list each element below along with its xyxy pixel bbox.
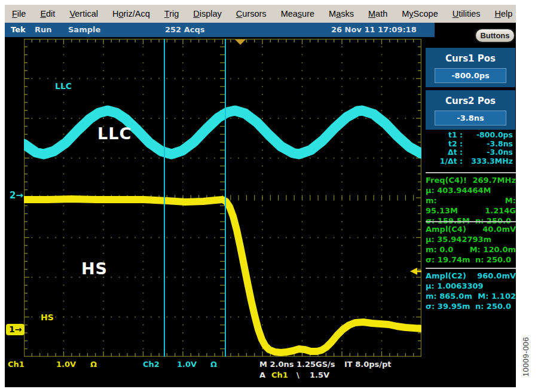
grid-dot — [95, 317, 96, 318]
grid-dot — [143, 118, 144, 119]
grid-dot — [175, 237, 176, 238]
buttons-button[interactable]: Buttons — [475, 28, 515, 43]
grid-dot — [381, 301, 383, 302]
grid-dot — [63, 317, 65, 318]
menu-item-utilities[interactable]: Utilities — [445, 5, 488, 23]
grid-dot — [158, 317, 160, 318]
grid-dot — [63, 269, 65, 270]
grid-dot — [357, 317, 359, 318]
grid-dot — [103, 46, 104, 47]
grid-dot — [246, 78, 247, 79]
grid-dot — [182, 54, 184, 56]
grid-dot — [365, 237, 366, 238]
grid-dot — [230, 158, 231, 159]
grid-dot — [294, 78, 295, 79]
grid-dot — [103, 205, 104, 206]
grid-dot — [190, 277, 191, 278]
grid-dot — [111, 158, 112, 159]
cursor1-position-section: Curs1 Pos -800.0ps — [426, 48, 515, 87]
grid-dot — [381, 173, 383, 174]
grid-dot — [381, 181, 383, 182]
grid-dot — [103, 102, 104, 103]
grid-dot — [405, 158, 406, 159]
grid-dot — [143, 125, 144, 127]
grid-dot — [103, 293, 104, 294]
grid-dot — [143, 173, 144, 174]
grid-dot — [71, 277, 72, 278]
grid-dot — [47, 118, 48, 119]
grid-dot — [206, 118, 207, 119]
grid-dot — [373, 78, 374, 79]
grid-dot — [262, 317, 263, 318]
hs-channel-label: HS — [41, 313, 54, 322]
menu-item-horiz-acq[interactable]: Horiz/Acq — [105, 5, 157, 23]
grid-dot — [182, 269, 184, 270]
trigger-position-icon[interactable] — [235, 39, 246, 45]
menu-item-masks[interactable]: Masks — [322, 5, 361, 23]
grid-dot — [111, 78, 112, 79]
grid-dot — [103, 237, 104, 238]
grid-dot — [302, 205, 303, 206]
trigger-level-icon[interactable] — [410, 268, 417, 275]
grid-dot — [254, 158, 255, 159]
menu-item-vertical[interactable]: Vertical — [62, 5, 105, 23]
menu-item-measure[interactable]: Measure — [274, 5, 322, 23]
grid-dot — [166, 317, 167, 318]
grid-dot — [334, 317, 335, 318]
grid-dot — [317, 237, 319, 238]
ch1-label[interactable]: Ch1 — [8, 360, 25, 369]
grid-dot — [381, 62, 383, 63]
grid-dot — [302, 70, 303, 71]
ch1-scale: 1.0V — [56, 360, 76, 369]
grid-dot — [103, 340, 104, 341]
grid-dot — [262, 78, 263, 79]
grid-dot — [302, 54, 303, 56]
menu-item-edit[interactable]: Edit — [33, 5, 62, 23]
grid-dot — [302, 181, 303, 182]
grid-dot — [302, 237, 303, 238]
grid-dot — [39, 277, 41, 278]
menu-item-file[interactable]: File — [5, 5, 33, 23]
grid-dot — [127, 317, 128, 318]
grid-dot — [381, 166, 383, 167]
menu-item-math[interactable]: Math — [361, 5, 395, 23]
tek-logo: Tek — [11, 25, 26, 34]
grid-dot — [182, 142, 184, 143]
grid-dot — [119, 237, 120, 238]
menu-item-myscope[interactable]: MyScope — [395, 5, 445, 23]
ch2-label[interactable]: Ch2 — [143, 360, 160, 369]
grid-dot — [262, 54, 263, 56]
menu-bar: FileEditVerticalHoriz/AcqTrigDisplayCurs… — [5, 5, 516, 23]
menu-item-cursors[interactable]: Cursors — [229, 5, 274, 23]
trigger-system-label: A — [259, 370, 265, 379]
menu-item-trig[interactable]: Trig — [157, 5, 186, 23]
grid-dot — [262, 142, 263, 143]
grid-dot — [334, 277, 335, 278]
grid-dot — [190, 317, 191, 318]
grid-dot — [190, 237, 191, 238]
cursor2-position-value[interactable]: -3.8ns — [435, 111, 506, 125]
grid-dot — [302, 94, 303, 95]
grid-dot — [143, 149, 144, 151]
grid-dot — [262, 213, 263, 215]
grid-dot — [63, 301, 65, 302]
cursor-delta-readout: t1 :-800.0pst2 :-3.8nsΔt :-3.0ns1/Δt :33… — [426, 131, 513, 166]
grid-dot — [302, 189, 303, 191]
grid-dot — [381, 142, 383, 143]
grid-dot — [334, 237, 335, 238]
grid-dot — [381, 110, 383, 111]
grid-dot — [31, 118, 32, 119]
menu-item-help[interactable]: Help — [487, 5, 519, 23]
grid-dot — [341, 205, 343, 206]
menu-item-display[interactable]: Display — [186, 5, 229, 23]
grid-dot — [286, 317, 287, 318]
cursor1-position-value[interactable]: -800.0ps — [435, 68, 506, 83]
channel1-ground-marker[interactable]: 1→ — [6, 324, 25, 335]
grid-dot — [357, 78, 359, 79]
grid-dot — [405, 237, 406, 238]
grid-dot — [373, 277, 374, 278]
cursor-readout-row-0: t1 :-800.0ps — [426, 131, 513, 140]
grid-dot — [63, 253, 65, 254]
channel2-ground-marker[interactable]: 2→ — [10, 190, 23, 201]
scope-screen: Tek Run Sample 252 Acqs 26 Nov 11 17:09:… — [5, 23, 516, 387]
